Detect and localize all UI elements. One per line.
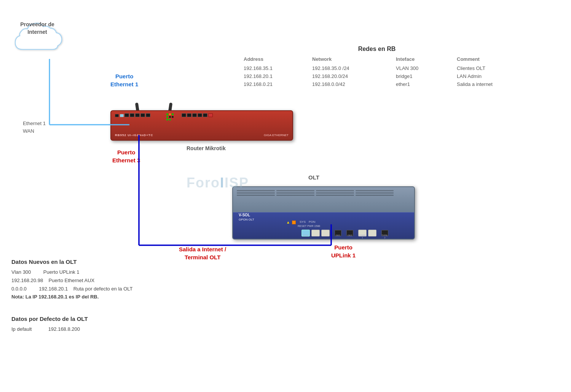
redes-row1-interface: VLAN 300 [396,65,457,71]
router-mikrotik: RB952 Ui-iG2HnD+TC GIGA ETHERNET [103,103,301,144]
redes-title: Redes en RB [244,46,510,52]
redes-row1-address: 192.168.35.1 [244,65,312,71]
datos-nuevos-section: Datos Nuevos en la OLT Vlan 300 Puerto U… [11,259,217,300]
ethernet1-wan-label: Ethernet 1 WAN [23,120,46,135]
redes-header-comment: Comment [457,56,533,63]
datos-row-3: 0.0.0.0 192.168.20.1 Ruta por defecto en… [11,285,217,293]
redes-row2-interface: bridge1 [396,73,457,79]
datos-defecto-row: Ip default 192.168.8.200 [11,325,164,333]
redes-grid: Address Network Inteface Comment 192.168… [244,56,510,87]
redes-header-address: Address [244,56,312,63]
redes-row2-comment: LAN Admin [457,73,533,79]
redes-en-rb: Redes en RB Address Network Inteface Com… [244,46,510,87]
olt-brand: V-SOL GPON OLT [239,213,254,222]
redes-row1-comment: Clientes OLT [457,65,533,71]
olt-body: // We'll add vent holes via inline divs … [232,186,415,240]
redes-row2-address: 192.168.20.1 [244,73,312,79]
router-mikrotik-label: Router Mikrotik [187,145,226,151]
datos-row-1: Vlan 300 Puerto UPLink 1 [11,268,217,276]
puerto-uplink-label: Puerto UPLink 1 [331,243,356,259]
redes-row2-network: 192.168.20.0/24 [312,73,396,79]
puerto-ethernet3-label: Puerto Ethernet 3 [112,148,140,164]
datos-nota: Nota: La IP 192.168.20.1 es IP del RB. [11,294,217,300]
router-body: RB952 Ui-iG2HnD+TC GIGA ETHERNET [110,110,293,141]
datos-defecto-section: Datos por Defecto de la OLT Ip default 1… [11,316,164,333]
redes-row1-network: 192.168.35.0 /24 [312,65,396,71]
redes-header-interface: Inteface [396,56,457,63]
olt-label: OLT [308,174,319,181]
cloud-label: Proveedor de Internet [14,21,60,36]
redes-row3-comment: Salida a internet [457,81,533,87]
datos-row-2: 192.168.20.98 Puerto Ethernet AUX [11,276,217,285]
redes-row3-network: 192.168.0.0/42 [312,81,396,87]
redes-row3-interface: ether1 [396,81,457,87]
olt-device: // We'll add vent holes via inline divs … [232,186,415,251]
redes-row3-address: 192.168.0.21 [244,81,312,87]
redes-header-network: Network [312,56,396,63]
datos-defecto-title: Datos por Defecto de la OLT [11,316,164,322]
puerto-ethernet1-label: Puerto Ethernet 1 [110,72,138,88]
olt-front-panel: V-SOL GPON OLT ▲ SYSPON RESET PWR 1588 [233,212,414,239]
datos-nuevos-title: Datos Nuevos en la OLT [11,259,217,265]
